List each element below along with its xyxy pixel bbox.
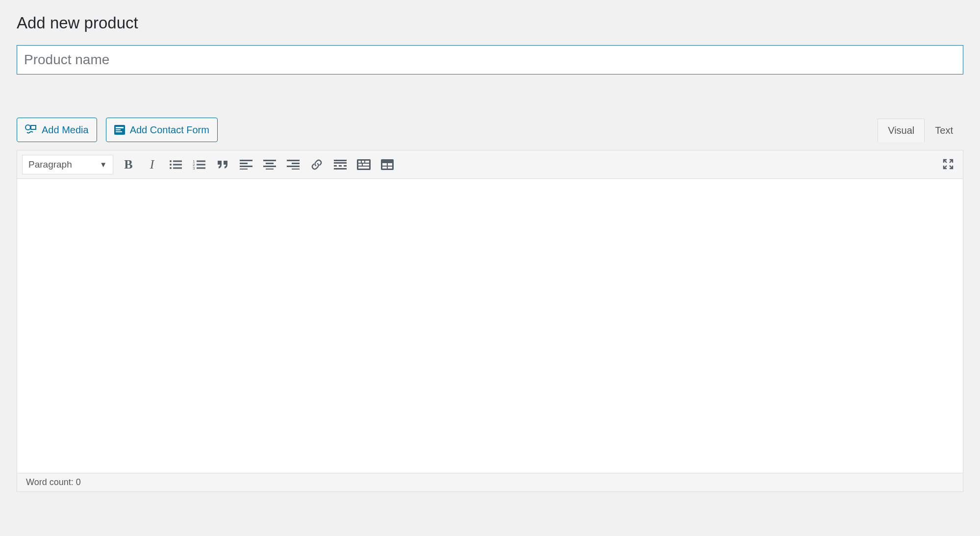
align-center-button[interactable] (262, 157, 277, 172)
svg-rect-42 (358, 167, 369, 169)
svg-rect-47 (388, 167, 392, 169)
media-icon (25, 124, 37, 135)
svg-rect-11 (173, 167, 182, 169)
svg-rect-24 (263, 166, 276, 167)
add-contact-form-button[interactable]: Add Contact Form (106, 118, 218, 142)
svg-rect-33 (339, 165, 342, 167)
italic-button[interactable]: I (145, 157, 159, 172)
add-product-page: Add new product Add Media (0, 0, 980, 536)
add-media-label: Add Media (42, 124, 89, 136)
bullet-list-icon (169, 159, 182, 170)
align-right-icon (287, 160, 300, 170)
number-list-icon: 1 2 3 (193, 159, 205, 170)
svg-rect-31 (334, 162, 347, 164)
svg-point-6 (170, 160, 172, 162)
fullscreen-button[interactable] (940, 156, 956, 172)
svg-rect-37 (358, 161, 361, 163)
svg-rect-40 (358, 164, 362, 166)
svg-point-0 (25, 125, 30, 130)
form-icon (114, 125, 125, 135)
table-button[interactable] (380, 157, 395, 172)
svg-rect-3 (116, 127, 124, 128)
read-more-button[interactable] (333, 157, 348, 172)
svg-rect-13 (197, 160, 205, 162)
chevron-down-icon: ▼ (100, 160, 107, 169)
svg-text:3: 3 (193, 166, 195, 170)
page-title: Add new product (17, 14, 963, 32)
bold-button[interactable]: B (121, 157, 136, 172)
fullscreen-icon (942, 158, 954, 170)
svg-rect-46 (382, 167, 387, 169)
tab-text[interactable]: Text (925, 119, 963, 143)
svg-rect-18 (240, 160, 252, 161)
svg-rect-4 (116, 129, 121, 130)
word-count-value: 0 (76, 477, 81, 487)
svg-point-10 (170, 167, 172, 169)
svg-rect-17 (197, 167, 205, 169)
link-icon (311, 159, 323, 171)
svg-rect-15 (197, 164, 205, 165)
svg-rect-1 (31, 125, 36, 129)
svg-rect-39 (365, 161, 369, 163)
format-select[interactable]: Paragraph ▼ (22, 155, 113, 174)
format-select-value: Paragraph (28, 159, 72, 170)
svg-rect-35 (334, 168, 347, 170)
link-button[interactable] (309, 157, 324, 172)
word-count-label: Word count: (26, 477, 76, 487)
svg-rect-38 (362, 161, 364, 163)
table-icon (381, 159, 394, 170)
svg-rect-34 (344, 165, 347, 167)
toolbar-group: B I 1 2 3 (121, 157, 395, 172)
svg-rect-45 (388, 163, 392, 166)
number-list-button[interactable]: 1 2 3 (192, 157, 206, 172)
toolbar-toggle-icon (357, 159, 371, 170)
content-editor[interactable] (17, 179, 963, 473)
add-media-button[interactable]: Add Media (17, 118, 97, 142)
bullet-list-button[interactable] (168, 157, 183, 172)
align-left-button[interactable] (239, 157, 253, 172)
editor-status-bar: Word count: 0 (17, 473, 963, 491)
add-contact-form-label: Add Contact Form (130, 124, 209, 136)
svg-rect-41 (363, 164, 369, 166)
media-button-row: Add Media Add Contact Form Visual Text (17, 118, 963, 142)
svg-rect-28 (287, 166, 300, 167)
svg-rect-44 (382, 163, 387, 166)
svg-rect-21 (240, 169, 248, 170)
title-input-wrap (17, 45, 963, 118)
svg-rect-9 (173, 164, 182, 165)
read-more-icon (334, 160, 347, 170)
blockquote-button[interactable] (215, 157, 230, 172)
align-left-icon (240, 160, 252, 170)
svg-rect-7 (173, 160, 182, 162)
svg-rect-27 (292, 163, 300, 164)
toolbar-toggle-button[interactable] (356, 157, 371, 172)
svg-point-8 (170, 164, 172, 166)
svg-rect-29 (292, 169, 300, 170)
tab-visual[interactable]: Visual (878, 119, 925, 143)
svg-rect-19 (240, 163, 248, 164)
svg-rect-30 (334, 160, 347, 161)
editor-container: Paragraph ▼ B I 1 2 3 (17, 150, 963, 492)
svg-rect-22 (263, 160, 276, 161)
editor-tabs: Visual Text (878, 119, 963, 143)
blockquote-icon (217, 160, 228, 170)
svg-rect-23 (266, 163, 274, 164)
align-right-button[interactable] (286, 157, 301, 172)
editor-toolbar: Paragraph ▼ B I 1 2 3 (17, 150, 963, 179)
svg-rect-25 (266, 169, 274, 170)
svg-rect-26 (287, 160, 300, 161)
italic-icon: I (150, 157, 154, 172)
product-name-input[interactable] (17, 45, 963, 74)
bold-icon: B (124, 157, 132, 172)
svg-rect-5 (116, 131, 122, 132)
align-center-icon (263, 160, 276, 170)
svg-rect-32 (334, 165, 337, 167)
svg-rect-20 (240, 166, 252, 167)
